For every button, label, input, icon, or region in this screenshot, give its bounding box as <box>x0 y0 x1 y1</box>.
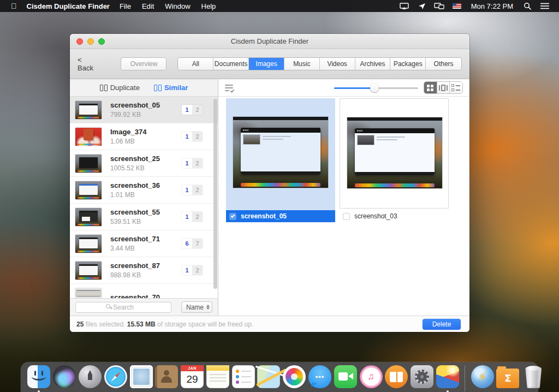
similar-icon <box>154 85 162 91</box>
calendar-icon[interactable]: JAN29 <box>181 365 204 388</box>
coverflow-view-icon <box>439 85 448 91</box>
airplay-display-icon[interactable] <box>399 2 411 10</box>
match-count-badges[interactable]: 12 <box>182 185 203 195</box>
menu-app-name[interactable]: Cisdem Duplicate Finder <box>27 2 110 10</box>
tab-others[interactable]: Others <box>426 58 461 70</box>
tab-images[interactable]: Images <box>249 58 284 70</box>
match-count-badges[interactable]: 12 <box>182 212 203 222</box>
list-item-screenshot_05[interactable]: screenshot_05799.92 KB12 <box>70 97 218 123</box>
sigma-folder-icon[interactable]: Σ <box>496 365 519 388</box>
sort-by-selector[interactable]: Name <box>181 301 212 313</box>
list-item-Image_374[interactable]: Image_3741.06 MB12 <box>70 123 218 150</box>
maps-icon[interactable] <box>257 365 280 388</box>
menu-edit[interactable]: Edit <box>142 2 154 10</box>
trash-icon[interactable] <box>522 365 545 388</box>
cloud-lightning-app-icon[interactable]: ⚡ <box>471 365 494 388</box>
list-view-button[interactable] <box>450 82 462 93</box>
input-source-flag-icon[interactable] <box>451 2 463 10</box>
image-card[interactable]: screenshot_03 <box>340 98 449 220</box>
menu-help[interactable]: Help <box>201 2 216 10</box>
finder-icon[interactable] <box>27 365 50 388</box>
facetime-icon[interactable] <box>334 365 357 388</box>
screenshot-thumbnail <box>347 117 442 188</box>
file-name: screenshot_25 <box>110 155 182 163</box>
spotlight-search-icon[interactable] <box>521 2 533 10</box>
file-thumbnail <box>75 181 102 199</box>
notification-center-icon[interactable] <box>539 2 551 10</box>
tab-videos[interactable]: Videos <box>320 58 355 70</box>
image-preview[interactable] <box>226 98 335 210</box>
match-count-badges[interactable]: 12 <box>182 158 203 168</box>
file-thumbnail <box>75 288 102 299</box>
window-title-bar[interactable]: Cisdem Duplicate Finder <box>70 34 469 49</box>
safari-icon[interactable] <box>104 365 127 388</box>
siri-icon[interactable] <box>53 365 76 388</box>
list-item-screenshot_25[interactable]: screenshot_251005.52 KB12 <box>70 150 218 177</box>
contacts-icon[interactable] <box>155 365 178 388</box>
notes-icon[interactable] <box>206 365 229 388</box>
tab-music[interactable]: Music <box>284 58 320 70</box>
menu-clock[interactable]: Mon 7:22 PM <box>471 2 513 10</box>
list-item-screenshot_71[interactable]: screenshot_713.44 MB67 <box>70 230 218 257</box>
list-view-icon <box>451 84 460 91</box>
photos-icon[interactable] <box>283 365 306 388</box>
menu-items: FileEditWindowHelp <box>114 2 221 10</box>
card-filename: screenshot_03 <box>354 212 397 220</box>
checkbox-checked[interactable] <box>229 213 236 220</box>
view-mode-toggle <box>424 81 463 94</box>
match-count-badges[interactable]: 12 <box>182 132 203 141</box>
sidebar-scrollbar[interactable] <box>213 99 217 289</box>
image-card-selected[interactable]: screenshot_05 <box>226 98 335 222</box>
thumbnail-zoom-slider[interactable] <box>334 84 418 92</box>
slider-knob[interactable] <box>370 84 379 92</box>
system-preferences-icon[interactable] <box>411 365 433 388</box>
displays-icon[interactable] <box>433 2 445 10</box>
delete-button[interactable]: Delete <box>423 319 461 330</box>
tab-documents[interactable]: Documents <box>213 58 249 70</box>
back-button[interactable]: < Back <box>78 56 99 72</box>
duplicate-icon <box>100 85 108 91</box>
window-title: Cisdem Duplicate Finder <box>70 37 469 45</box>
tab-archives[interactable]: Archives <box>355 58 391 70</box>
mail-icon[interactable] <box>130 365 153 388</box>
file-name: Image_374 <box>110 128 182 136</box>
list-item-screenshot_70[interactable]: screenshot_70 <box>70 284 218 298</box>
apple-menu-icon[interactable]:  <box>5 2 22 10</box>
window-footer: 25 files selected. 15.53 MB of storage s… <box>70 316 469 332</box>
checkbox-unchecked[interactable] <box>343 213 350 220</box>
file-size: 988.98 KB <box>110 271 182 279</box>
itunes-icon[interactable]: ♫ <box>360 365 383 388</box>
list-item-screenshot_55[interactable]: screenshot_55539.51 KB12 <box>70 204 218 230</box>
grid-view-button[interactable] <box>424 82 437 93</box>
tab-all[interactable]: All <box>178 58 213 70</box>
match-count-badges[interactable]: 12 <box>182 265 203 275</box>
cisdem-duplicate-finder-icon[interactable] <box>436 365 459 388</box>
launchpad-icon[interactable] <box>79 365 102 388</box>
file-name: screenshot_71 <box>110 235 182 243</box>
screenshot-thumbnail <box>233 117 328 188</box>
menu-window[interactable]: Window <box>165 2 190 10</box>
messages-icon[interactable]: ••• <box>308 365 331 388</box>
sort-stepper-icon <box>206 305 210 310</box>
selection-status: 25 files selected. 15.53 MB of storage s… <box>76 320 253 328</box>
tab-packages[interactable]: Packages <box>390 58 426 70</box>
file-name: screenshot_05 <box>110 101 182 109</box>
file-size: 799.92 KB <box>110 111 182 118</box>
ibooks-icon[interactable] <box>385 365 408 388</box>
image-preview[interactable] <box>340 98 449 209</box>
content-header <box>218 79 469 97</box>
menu-file[interactable]: File <box>120 2 131 10</box>
location-arrow-icon[interactable] <box>416 2 428 10</box>
overview-button[interactable]: Overview <box>121 57 166 70</box>
tab-similar[interactable]: Similar <box>154 84 188 92</box>
match-count-badges[interactable]: 67 <box>182 239 203 248</box>
search-input[interactable] <box>75 302 171 313</box>
reminders-icon[interactable] <box>232 365 255 388</box>
list-item-screenshot_87[interactable]: screenshot_87988.98 KB12 <box>70 257 218 284</box>
match-count-badges[interactable]: 12 <box>182 105 203 115</box>
coverflow-view-button[interactable] <box>437 82 450 93</box>
file-size: 1.06 MB <box>110 138 182 145</box>
smart-select-menu-icon[interactable] <box>225 84 234 92</box>
list-item-screenshot_36[interactable]: screenshot_361.01 MB12 <box>70 177 218 204</box>
tab-duplicate[interactable]: Duplicate <box>100 84 140 92</box>
